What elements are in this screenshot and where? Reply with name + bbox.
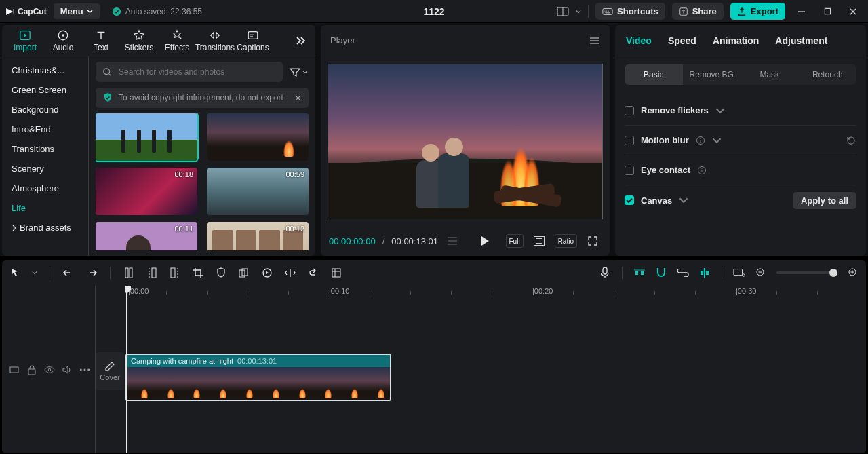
play-button[interactable]: [477, 232, 492, 250]
menu-button[interactable]: Menu: [54, 3, 100, 19]
category-item[interactable]: Life: [2, 198, 88, 218]
tab-transitions[interactable]: Transitions: [196, 25, 234, 56]
mirror-button[interactable]: [284, 267, 296, 279]
category-item[interactable]: Intro&End: [2, 119, 88, 139]
lock-icon[interactable]: [26, 364, 37, 375]
record-voiceover-button[interactable]: [599, 267, 611, 279]
close-button[interactable]: [844, 2, 863, 21]
checkbox-motion-blur[interactable]: [625, 136, 634, 145]
eye-icon[interactable]: [44, 364, 55, 375]
maximize-button[interactable]: [818, 2, 837, 21]
duplicate-button[interactable]: [238, 267, 250, 279]
chevron-down-icon[interactable]: [32, 270, 37, 276]
zoom-slider[interactable]: [776, 271, 837, 274]
subtab-mask[interactable]: Mask: [741, 64, 799, 85]
list-view-button[interactable]: [445, 232, 460, 250]
reverse-button[interactable]: [261, 267, 273, 279]
category-item[interactable]: Scenery: [2, 159, 88, 178]
shortcuts-button[interactable]: Shortcuts: [595, 3, 665, 20]
collapse-icon[interactable]: [9, 364, 20, 375]
subtab-basic[interactable]: Basic: [625, 64, 683, 85]
tab-text[interactable]: Text: [82, 25, 120, 56]
close-icon[interactable]: [294, 94, 302, 102]
info-icon[interactable]: [696, 136, 705, 145]
safezone-button[interactable]: [530, 232, 548, 250]
apply-to-all-button[interactable]: Apply to all: [793, 192, 856, 209]
media-thumb[interactable]: [207, 113, 309, 161]
checkbox-eye-contact[interactable]: [625, 166, 634, 175]
link-button[interactable]: [677, 267, 689, 279]
search-input-wrap[interactable]: [96, 62, 283, 82]
tab-captions[interactable]: Captions: [234, 25, 272, 56]
subtab-removebg[interactable]: Remove BG: [683, 64, 741, 85]
svg-rect-3: [603, 8, 612, 14]
preview-axis-button[interactable]: [698, 267, 711, 279]
tab-effects[interactable]: Effects: [158, 25, 196, 56]
undo-button[interactable]: [62, 267, 75, 279]
split-button[interactable]: [123, 267, 135, 279]
media-thumb[interactable]: [96, 113, 197, 161]
selection-tool[interactable]: [9, 267, 21, 279]
tab-stickers[interactable]: Stickers: [120, 25, 158, 56]
full-button[interactable]: Full: [506, 234, 524, 248]
tab-audio[interactable]: Audio: [44, 25, 82, 56]
svg-rect-53: [701, 271, 703, 275]
timeline-clip[interactable]: Camping with campfire at night 00:00:13:…: [125, 354, 391, 401]
subtab-retouch[interactable]: Retouch: [799, 64, 857, 85]
player-menu-button[interactable]: [589, 37, 600, 45]
layout-icon[interactable]: [557, 5, 569, 18]
category-item[interactable]: Green Screen: [2, 80, 88, 100]
share-button[interactable]: Share: [672, 3, 724, 20]
preview-render-button[interactable]: [733, 267, 745, 279]
clip-title: Camping with campfire at night: [131, 357, 233, 365]
search-input[interactable]: [117, 67, 276, 77]
ratio-button[interactable]: Ratio: [555, 234, 577, 248]
more-icon[interactable]: [79, 364, 90, 375]
magnet-main-button[interactable]: [633, 267, 646, 279]
export-button[interactable]: Export: [730, 3, 785, 20]
tab-animation[interactable]: Animation: [713, 35, 759, 46]
redo-button[interactable]: [85, 267, 98, 279]
zoom-in-button[interactable]: [847, 267, 859, 279]
marker-button[interactable]: [215, 267, 227, 279]
magnet-icon: [633, 268, 646, 278]
crop2-button[interactable]: [330, 267, 342, 279]
category-item[interactable]: Atmosphere: [2, 178, 88, 198]
reset-icon[interactable]: [846, 135, 856, 146]
media-thumb[interactable]: 00:18: [96, 168, 197, 215]
tab-adjustment[interactable]: Adjustment: [775, 35, 827, 46]
expand-tabs-button[interactable]: [291, 36, 311, 45]
crop-button[interactable]: [192, 267, 204, 279]
media-thumb[interactable]: 00:11: [96, 222, 197, 250]
tab-video[interactable]: Video: [626, 35, 652, 46]
chevron-down-icon[interactable]: [712, 136, 722, 145]
timeline-ruler[interactable]: |00:00 |00:10 |00:20 |00:30: [125, 286, 866, 299]
zoom-out-button[interactable]: [755, 267, 767, 279]
rotate-button[interactable]: [307, 267, 319, 279]
category-item[interactable]: Transitions: [2, 139, 88, 159]
trim-left-button[interactable]: [146, 267, 158, 279]
cover-button[interactable]: Cover: [96, 352, 124, 390]
media-thumb[interactable]: 00:12: [207, 222, 309, 250]
mute-icon[interactable]: [62, 364, 73, 375]
tab-speed[interactable]: Speed: [668, 35, 696, 46]
timeline-body[interactable]: |00:00 |00:10 |00:20 |00:30 Camping with…: [125, 286, 866, 453]
fullscreen-button[interactable]: [584, 232, 601, 250]
duplicate-icon: [239, 268, 250, 278]
category-brand-assets[interactable]: Brand assets: [2, 218, 88, 238]
info-icon[interactable]: [697, 166, 707, 175]
filter-button[interactable]: [288, 62, 309, 82]
chevron-down-icon[interactable]: [576, 9, 581, 14]
category-item[interactable]: Background: [2, 100, 88, 119]
trim-right-button[interactable]: [169, 267, 181, 279]
checkbox-canvas[interactable]: [625, 195, 634, 205]
chevron-down-icon[interactable]: [715, 106, 725, 115]
magnet-snap-button[interactable]: [655, 267, 667, 279]
category-item[interactable]: Christmas&...: [2, 60, 88, 80]
media-thumb[interactable]: 00:59: [207, 168, 309, 215]
tab-import[interactable]: Import: [6, 25, 44, 56]
checkbox-remove-flickers[interactable]: [625, 106, 634, 115]
minimize-button[interactable]: [792, 2, 811, 21]
chevron-down-icon[interactable]: [679, 195, 688, 205]
video-preview[interactable]: [328, 64, 603, 219]
